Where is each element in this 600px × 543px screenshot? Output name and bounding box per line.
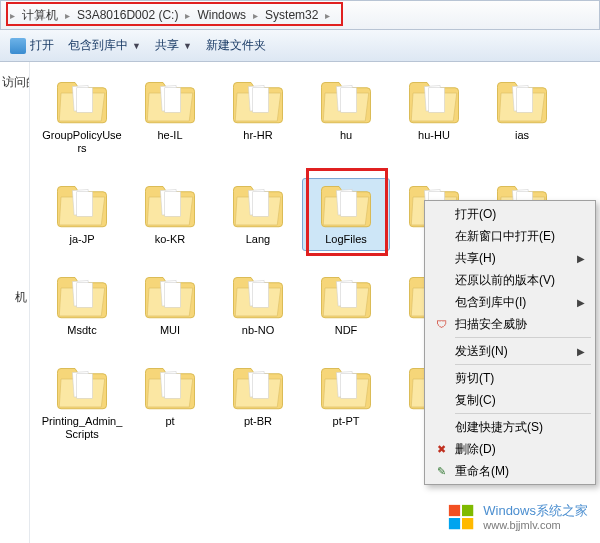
context-menu-item[interactable]: ✎重命名(M) [427, 460, 593, 482]
new-folder-label: 新建文件夹 [206, 37, 266, 54]
folder-item[interactable]: pt-BR [214, 360, 302, 446]
folder-icon [230, 274, 286, 320]
menu-item-label: 还原以前的版本(V) [455, 272, 555, 289]
folder-item[interactable]: Printing_Admin_Scripts [38, 360, 126, 446]
sidebar-item[interactable]: 访问的位置 [0, 70, 29, 95]
context-menu: 打开(O)在新窗口中打开(E)共享(H)▶还原以前的版本(V)包含到库中(I)▶… [424, 200, 596, 485]
folder-item[interactable]: Msdtc [38, 269, 126, 342]
context-menu-item[interactable]: ✖删除(D) [427, 438, 593, 460]
folder-icon [318, 365, 374, 411]
context-menu-item[interactable]: 包含到库中(I)▶ [427, 291, 593, 313]
folder-icon [142, 183, 198, 229]
folder-label: NDF [335, 324, 358, 337]
menu-item-label: 创建快捷方式(S) [455, 419, 543, 436]
folder-icon [54, 365, 110, 411]
sidebar-item[interactable]: 机 [0, 285, 29, 310]
svg-rect-49 [462, 505, 473, 516]
folder-item[interactable]: nb-NO [214, 269, 302, 342]
folder-label: hu-HU [418, 129, 450, 142]
folder-item[interactable]: MUI [126, 269, 214, 342]
menu-item-label: 剪切(T) [455, 370, 494, 387]
context-menu-item[interactable]: 🛡扫描安全威胁 [427, 313, 593, 335]
crumb-item[interactable]: 计算机 [20, 1, 60, 29]
crumb-item[interactable]: S3A8016D002 (C:) [75, 1, 180, 29]
include-label: 包含到库中 [68, 37, 128, 54]
sidebar: 访问的位置 机 [0, 62, 30, 543]
folder-item[interactable]: hr-HR [214, 74, 302, 160]
folder-item[interactable]: pt [126, 360, 214, 446]
menu-separator [455, 337, 591, 338]
folder-label: LogFiles [325, 233, 367, 246]
chevron-right-icon: ▶ [577, 297, 585, 308]
breadcrumb-bar[interactable]: ▸ 计算机 ▸ S3A8016D002 (C:) ▸ Windows ▸ Sys… [0, 0, 600, 30]
folder-icon [142, 274, 198, 320]
crumb-item[interactable]: Windows [195, 1, 248, 29]
rename-icon: ✎ [433, 463, 449, 479]
folder-item[interactable]: hu [302, 74, 390, 160]
chevron-down-icon: ▼ [132, 41, 141, 51]
context-menu-item[interactable]: 创建快捷方式(S) [427, 416, 593, 438]
folder-item[interactable]: LogFiles [302, 178, 390, 251]
folder-label: he-IL [157, 129, 182, 142]
chevron-right-icon: ▶ [577, 346, 585, 357]
svg-rect-11 [517, 88, 533, 113]
folder-label: hu [340, 129, 352, 142]
svg-rect-9 [429, 88, 445, 113]
chevron-right-icon: ▸ [248, 10, 263, 21]
open-label: 打开 [30, 37, 54, 54]
svg-rect-7 [341, 88, 357, 113]
context-menu-item[interactable]: 发送到(N)▶ [427, 340, 593, 362]
folder-label: pt-BR [244, 415, 272, 428]
folder-icon [494, 79, 550, 125]
context-menu-item[interactable]: 共享(H)▶ [427, 247, 593, 269]
folder-item[interactable]: Lang [214, 178, 302, 251]
folder-icon [318, 274, 374, 320]
crumb-item[interactable]: System32 [263, 1, 320, 29]
new-folder-button[interactable]: 新建文件夹 [206, 37, 266, 54]
folder-label: Lang [246, 233, 270, 246]
context-menu-item[interactable]: 复制(C) [427, 389, 593, 411]
folder-item[interactable]: ja-JP [38, 178, 126, 251]
folder-label: ias [515, 129, 529, 142]
svg-rect-48 [449, 505, 460, 516]
delete-icon: ✖ [433, 441, 449, 457]
folder-item[interactable]: NDF [302, 269, 390, 342]
context-menu-item[interactable]: 还原以前的版本(V) [427, 269, 593, 291]
folder-item[interactable]: ko-KR [126, 178, 214, 251]
share-button[interactable]: 共享 ▼ [155, 37, 192, 54]
svg-rect-37 [77, 374, 93, 399]
folder-item[interactable]: GroupPolicyUsers [38, 74, 126, 160]
folder-icon [230, 79, 286, 125]
context-menu-item[interactable]: 剪切(T) [427, 367, 593, 389]
folder-item[interactable]: hu-HU [390, 74, 478, 160]
folder-label: ja-JP [69, 233, 94, 246]
folder-item[interactable]: he-IL [126, 74, 214, 160]
folder-icon [142, 365, 198, 411]
svg-rect-3 [165, 88, 181, 113]
folder-icon [230, 365, 286, 411]
svg-rect-51 [462, 518, 473, 529]
chevron-right-icon: ▸ [60, 10, 75, 21]
folder-icon [318, 183, 374, 229]
folder-label: nb-NO [242, 324, 274, 337]
folder-icon [142, 79, 198, 125]
context-menu-item[interactable]: 打开(O) [427, 203, 593, 225]
svg-rect-41 [253, 374, 269, 399]
shield-icon: 🛡 [433, 316, 449, 332]
folder-item[interactable]: ias [478, 74, 566, 160]
include-library-button[interactable]: 包含到库中 ▼ [68, 37, 141, 54]
folder-label: pt [165, 415, 174, 428]
menu-item-label: 共享(H) [455, 250, 496, 267]
menu-item-label: 打开(O) [455, 206, 496, 223]
svg-rect-15 [165, 192, 181, 217]
folder-icon [54, 183, 110, 229]
folder-label: hr-HR [243, 129, 272, 142]
svg-rect-5 [253, 88, 269, 113]
share-label: 共享 [155, 37, 179, 54]
svg-rect-29 [253, 283, 269, 308]
folder-label: MUI [160, 324, 180, 337]
context-menu-item[interactable]: 在新窗口中打开(E) [427, 225, 593, 247]
open-button[interactable]: 打开 [10, 37, 54, 54]
folder-item[interactable]: pt-PT [302, 360, 390, 446]
svg-rect-17 [253, 192, 269, 217]
